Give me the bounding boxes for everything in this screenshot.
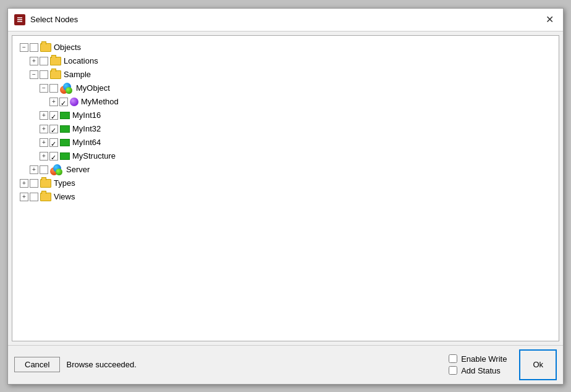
enable-write-checkbox[interactable] [449, 354, 457, 363]
int-icon-myint64 [60, 139, 70, 146]
expand-myobject[interactable]: − [40, 84, 48, 93]
checkbox-views[interactable] [30, 193, 38, 201]
expand-myint16[interactable]: + [40, 111, 48, 120]
select-nodes-dialog: Select Nodes ✕ − Objects + Locations [7, 8, 564, 385]
expand-mymethod[interactable]: + [49, 98, 58, 106]
method-icon-mymethod [70, 98, 78, 106]
tree-row[interactable]: + MyInt16 [17, 109, 554, 122]
int-icon-myint32 [60, 125, 70, 133]
expand-locations[interactable]: + [30, 57, 38, 65]
enable-write-label: Enable Write [461, 354, 507, 364]
label-mystructure: MyStructure [72, 150, 116, 162]
expand-mystructure[interactable]: + [40, 152, 48, 161]
object-icon-server [50, 164, 64, 175]
tree-row[interactable]: + MyMethod [17, 95, 554, 109]
checkbox-mystructure[interactable] [49, 152, 58, 161]
expand-views[interactable]: + [20, 193, 28, 201]
enable-write-row: Enable Write [449, 354, 507, 364]
label-objects: Objects [54, 41, 81, 54]
title-bar: Select Nodes ✕ [8, 9, 563, 31]
expand-myint32[interactable]: + [40, 125, 48, 133]
close-button[interactable]: ✕ [542, 12, 557, 27]
tree-row[interactable]: + Types [17, 177, 554, 190]
node-tree: − Objects + Locations − Sa [15, 38, 556, 206]
label-types: Types [54, 177, 75, 190]
checkbox-locations[interactable] [40, 57, 48, 65]
label-server: Server [66, 164, 90, 176]
label-myint64: MyInt64 [72, 136, 101, 149]
right-controls: Enable Write Add Status [449, 354, 507, 375]
label-myint16: MyInt16 [72, 109, 101, 122]
folder-icon-objects [40, 43, 51, 52]
tree-row[interactable]: − Sample [17, 68, 554, 81]
label-views: Views [54, 191, 75, 203]
app-icon [14, 14, 25, 25]
dialog-title: Select Nodes [30, 15, 78, 24]
ok-button[interactable]: Ok [519, 349, 557, 380]
tree-content[interactable]: − Objects + Locations − Sa [12, 35, 559, 341]
expand-sample[interactable]: − [30, 70, 38, 79]
object-icon-myobject [60, 83, 74, 94]
tree-row[interactable]: + MyInt32 [17, 122, 554, 136]
svg-rect-1 [17, 19, 22, 20]
add-status-row: Add Status [449, 366, 507, 375]
add-status-label: Add Status [461, 366, 501, 375]
checkbox-mymethod[interactable] [59, 98, 68, 106]
checkbox-server[interactable] [40, 165, 48, 174]
tree-row[interactable]: + MyInt64 [17, 136, 554, 149]
checkbox-myint32[interactable] [49, 125, 58, 133]
expand-server[interactable]: + [30, 165, 38, 174]
int-icon-mystructure [60, 152, 70, 160]
checkbox-objects[interactable] [30, 43, 38, 52]
expand-types[interactable]: + [20, 179, 28, 188]
add-status-checkbox[interactable] [449, 366, 457, 375]
tree-row[interactable]: − MyObject [17, 81, 554, 95]
expand-myint64[interactable]: + [40, 138, 48, 147]
svg-rect-3 [17, 17, 22, 19]
tree-row[interactable]: − Objects [17, 41, 554, 54]
tree-row[interactable]: + Locations [17, 54, 554, 68]
checkbox-myint16[interactable] [49, 111, 58, 120]
label-myobject: MyObject [76, 82, 110, 94]
checkbox-myobject[interactable] [49, 84, 58, 93]
folder-icon-types [40, 179, 51, 188]
label-sample: Sample [64, 69, 91, 81]
status-text: Browse succeeded. [66, 360, 442, 369]
folder-icon-sample [50, 70, 61, 79]
label-locations: Locations [64, 55, 98, 67]
checkbox-sample[interactable] [40, 70, 48, 79]
tree-row[interactable]: + Server [17, 163, 554, 177]
expand-objects[interactable]: − [20, 43, 28, 52]
folder-icon-views [40, 193, 51, 201]
tree-row[interactable]: + Views [17, 190, 554, 204]
title-bar-left: Select Nodes [14, 14, 78, 25]
svg-rect-2 [17, 21, 22, 22]
checkbox-types[interactable] [30, 179, 38, 188]
checkbox-myint64[interactable] [49, 138, 58, 147]
tree-row[interactable]: + MyStructure [17, 149, 554, 163]
cancel-button[interactable]: Cancel [14, 357, 60, 372]
folder-icon-locations [50, 57, 61, 65]
label-myint32: MyInt32 [72, 123, 101, 135]
bottom-bar: Cancel Browse succeeded. Enable Write Ad… [8, 345, 563, 384]
label-mymethod: MyMethod [81, 96, 119, 108]
int-icon-myint16 [60, 112, 70, 119]
